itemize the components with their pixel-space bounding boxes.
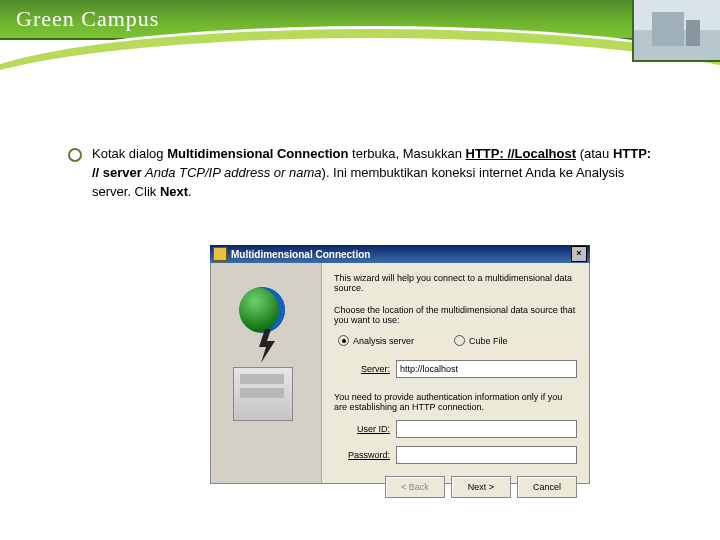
dialog-content: This wizard will help you connect to a m…: [322, 263, 589, 483]
dialog-title: Multidimensional Connection: [231, 249, 571, 260]
bullet-icon: [68, 148, 82, 162]
password-row: Password:: [334, 446, 577, 464]
cancel-button[interactable]: Cancel: [517, 476, 577, 498]
radio-cube-file[interactable]: Cube File: [454, 335, 508, 346]
server-box-icon: [233, 367, 293, 421]
userid-label: User ID:: [334, 424, 396, 434]
globe-icon: [239, 287, 285, 333]
header-swoosh: [0, 26, 720, 86]
radio-label: Analysis server: [353, 336, 414, 346]
radio-analysis-server[interactable]: Analysis server: [338, 335, 414, 346]
svg-marker-0: [259, 329, 275, 363]
wizard-choose-text: Choose the location of the multidimensio…: [334, 305, 577, 325]
userid-row: User ID:: [334, 420, 577, 438]
back-button[interactable]: < Back: [385, 476, 445, 498]
radio-group: Analysis server Cube File: [338, 335, 577, 346]
dialog-body: This wizard will help you connect to a m…: [210, 263, 590, 484]
header: Green Campus: [0, 0, 720, 90]
close-icon[interactable]: ×: [571, 246, 587, 262]
server-input[interactable]: http://localhost: [396, 360, 577, 378]
password-label: Password:: [334, 450, 396, 460]
dialog-button-row: < Back Next > Cancel: [334, 468, 577, 498]
server-row: Server: http://localhost: [334, 360, 577, 378]
dialog-window: Multidimensional Connection × This wizar…: [210, 245, 590, 484]
lightning-icon: [257, 329, 277, 363]
radio-dot-icon: [338, 335, 349, 346]
wizard-intro-text: This wizard will help you connect to a m…: [334, 273, 577, 293]
next-button[interactable]: Next >: [451, 476, 511, 498]
radio-dot-icon: [454, 335, 465, 346]
dialog-titlebar: Multidimensional Connection ×: [210, 245, 590, 263]
dialog-app-icon: [213, 247, 227, 261]
password-input[interactable]: [396, 446, 577, 464]
dialog-sidebar-art: [211, 263, 322, 483]
bullet-item: Kotak dialog Multidimensional Connection…: [68, 145, 658, 202]
userid-input[interactable]: [396, 420, 577, 438]
bullet-text: Kotak dialog Multidimensional Connection…: [92, 145, 658, 202]
header-photo: [632, 0, 720, 62]
server-label: Server:: [334, 364, 396, 374]
body-text: Kotak dialog Multidimensional Connection…: [68, 145, 658, 202]
auth-note: You need to provide authentication infor…: [334, 392, 577, 412]
radio-label: Cube File: [469, 336, 508, 346]
slide: Green Campus Kotak dialog Multidimension…: [0, 0, 720, 540]
